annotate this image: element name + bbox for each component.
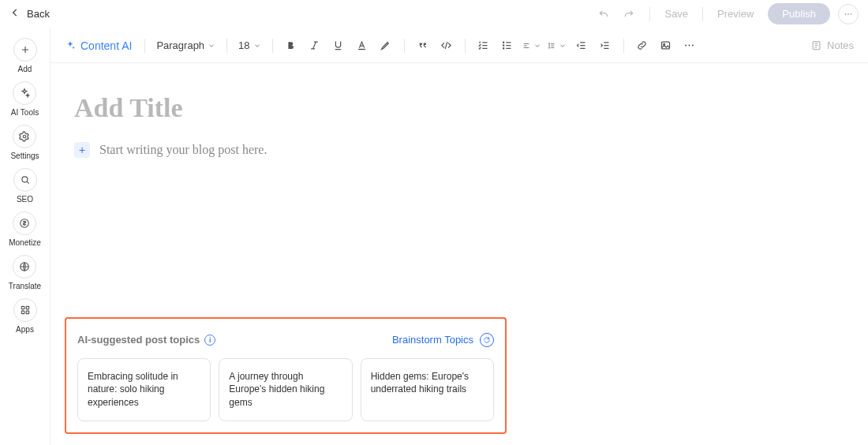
svg-point-22 [692, 45, 694, 47]
svg-point-2 [851, 13, 852, 15]
undo-button[interactable] [591, 3, 616, 25]
svg-point-16 [503, 45, 504, 46]
notes-button[interactable]: Notes [810, 39, 854, 51]
text-color-button[interactable] [352, 36, 372, 56]
refresh-icon [480, 333, 494, 347]
divider [465, 39, 466, 53]
sidebar-item-label: SEO [17, 195, 33, 204]
divider [649, 7, 650, 21]
font-size-label: 18 [238, 39, 249, 51]
preview-button[interactable]: Preview [711, 8, 760, 20]
gear-icon [13, 125, 36, 148]
content-ai-label: Content AI [80, 39, 132, 52]
publish-button[interactable]: Publish [768, 3, 830, 24]
sidebar-item-seo[interactable]: SEO [13, 168, 37, 204]
svg-rect-9 [21, 311, 24, 314]
svg-point-0 [845, 13, 847, 15]
line-spacing-button[interactable] [546, 42, 568, 50]
body-input[interactable]: Start writing your blog post here. [99, 143, 267, 157]
ai-suggestions-panel: AI-suggested post topics i Brainstorm To… [65, 317, 507, 434]
more-options-button[interactable] [679, 36, 700, 56]
highlight-button[interactable] [376, 36, 396, 56]
chevron-down-icon [253, 42, 261, 50]
font-size-select[interactable]: 18 [235, 39, 264, 51]
more-menu-button[interactable] [838, 4, 859, 24]
svg-rect-8 [26, 306, 29, 309]
quote-button[interactable] [413, 36, 433, 56]
svg-point-20 [685, 45, 687, 47]
sidebar-item-label: Add [18, 65, 32, 73]
bold-button[interactable] [281, 36, 301, 56]
svg-point-1 [847, 13, 849, 15]
style-select[interactable]: Paragraph [153, 39, 219, 51]
info-icon[interactable]: i [204, 335, 215, 346]
svg-point-17 [503, 48, 504, 49]
code-button[interactable] [436, 36, 457, 56]
svg-point-15 [503, 42, 504, 43]
sidebar-item-label: AI Tools [11, 108, 39, 117]
title-input[interactable]: Add Title [74, 93, 627, 123]
style-select-label: Paragraph [156, 39, 204, 51]
chevron-down-icon [208, 42, 215, 50]
back-button[interactable]: Back [9, 7, 50, 21]
sidebar-item-settings[interactable]: Settings [10, 125, 39, 160]
content-ai-button[interactable]: Content AI [65, 39, 132, 52]
italic-button[interactable] [305, 36, 325, 56]
top-actions: Save Preview Publish [591, 3, 859, 25]
sidebar-item-add[interactable]: Add [13, 38, 37, 73]
indent-button[interactable] [595, 36, 615, 56]
brainstorm-button[interactable]: Brainstorm Topics [392, 333, 494, 347]
ai-panel-heading-text: AI-suggested post topics [77, 334, 200, 346]
sidebar-item-apps[interactable]: Apps [13, 298, 37, 334]
sparkle-icon [13, 81, 36, 105]
sidebar-item-label: Translate [9, 282, 41, 290]
image-button[interactable] [656, 36, 676, 56]
align-button[interactable] [521, 42, 543, 50]
globe-icon [13, 255, 36, 279]
notes-label: Notes [827, 39, 854, 51]
brainstorm-label: Brainstorm Topics [392, 334, 473, 346]
top-bar: Back Save Preview Publish [0, 0, 868, 28]
svg-rect-10 [26, 311, 29, 314]
sidebar-item-ai-tools[interactable]: AI Tools [11, 81, 39, 117]
sidebar-item-label: Monetize [9, 238, 41, 247]
outdent-button[interactable] [571, 36, 592, 56]
bullet-list-button[interactable] [497, 36, 518, 56]
add-block-button[interactable]: + [74, 142, 90, 158]
numbered-list-button[interactable] [473, 36, 494, 56]
svg-rect-7 [21, 306, 24, 309]
chevron-down-icon [559, 42, 567, 50]
svg-point-21 [689, 45, 690, 47]
sidebar-item-label: Apps [16, 325, 34, 334]
plus-icon [13, 38, 37, 62]
sidebar-item-label: Settings [10, 151, 39, 160]
apps-icon [13, 298, 37, 322]
svg-point-4 [21, 177, 27, 182]
svg-rect-14 [358, 49, 365, 50]
divider [404, 39, 405, 53]
divider [272, 39, 273, 53]
sidebar-item-monetize[interactable]: Monetize [9, 211, 41, 247]
underline-button[interactable] [328, 36, 349, 56]
chevron-down-icon [533, 42, 541, 50]
topic-card[interactable]: Hidden gems: Europe's underrated hiking … [361, 358, 494, 421]
back-label: Back [27, 8, 50, 20]
divider [623, 39, 624, 53]
topic-card[interactable]: A journey through Europe's hidden hiking… [219, 358, 352, 421]
topic-list: Embracing solitude in nature: solo hikin… [77, 358, 494, 421]
sidebar-item-translate[interactable]: Translate [9, 255, 41, 290]
redo-button[interactable] [616, 3, 642, 25]
format-toolbar: Content AI Paragraph 18 [51, 28, 868, 63]
divider [226, 39, 227, 53]
divider [144, 39, 145, 53]
svg-line-11 [313, 42, 316, 49]
left-sidebar: Add AI Tools Settings SEO Monetize Trans… [0, 28, 51, 445]
topic-card[interactable]: Embracing solitude in nature: solo hikin… [77, 358, 211, 421]
note-icon [810, 39, 822, 51]
editor-area: Content AI Paragraph 18 [51, 28, 868, 445]
save-button[interactable]: Save [658, 8, 694, 20]
ai-panel-heading: AI-suggested post topics i [77, 334, 215, 346]
editor-canvas: Add Title + Start writing your blog post… [51, 63, 868, 445]
link-button[interactable] [632, 36, 653, 56]
dollar-icon [13, 211, 36, 235]
